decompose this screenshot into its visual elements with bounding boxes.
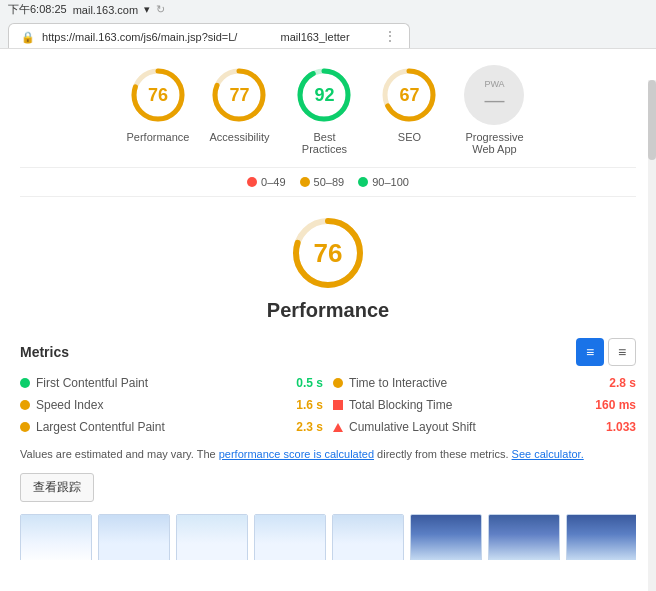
time-display: 下午6:08:25 [8, 2, 67, 17]
best-practices-circle: 92 [294, 65, 354, 125]
legend-green-dot [358, 177, 368, 187]
score-best-practices: 92 Best Practices [289, 65, 359, 155]
big-performance-score: 76 [314, 238, 343, 269]
score-performance: 76 Performance [127, 65, 190, 155]
browser-chrome: 下午6:08:25 mail.163.com ▾ ↻ 🔒 https://mai… [0, 0, 656, 49]
url-text: https://mail.163.com/js6/main.jsp?sid=L/ [42, 31, 237, 43]
note-text2: directly from these metrics. [377, 448, 511, 460]
pwa-dash: — [484, 89, 504, 112]
metrics-right-col: Time to Interactive 2.8 s Total Blocking… [333, 376, 636, 434]
seo-score: 67 [399, 85, 419, 106]
score-accessibility: 77 Accessibility [209, 65, 269, 155]
main-content: 76 Performance 77 Accessibility [0, 49, 656, 560]
metrics-list-view-btn[interactable]: ≡ [576, 338, 604, 366]
score-seo: 67 SEO [379, 65, 439, 155]
note-text: Values are estimated and may vary. The [20, 448, 219, 460]
metric-cls: Cumulative Layout Shift 1.033 [333, 420, 636, 434]
lcp-icon [20, 422, 30, 432]
thumb-6 [410, 514, 482, 561]
legend-orange-label: 50–89 [314, 176, 345, 188]
calculator-link[interactable]: See calculator. [512, 448, 584, 460]
legend-red-dot [247, 177, 257, 187]
performance-score: 76 [148, 85, 168, 106]
legend-green-label: 90–100 [372, 176, 409, 188]
thumbnails-row [20, 514, 636, 561]
legend-red-label: 0–49 [261, 176, 285, 188]
browser-tab[interactable]: 🔒 https://mail.163.com/js6/main.jsp?sid=… [8, 23, 410, 48]
pwa-label: Progressive Web App [459, 131, 529, 155]
big-performance-label: Performance [267, 299, 389, 322]
tbt-icon [333, 400, 343, 410]
best-practices-label: Best Practices [289, 131, 359, 155]
tti-value: 2.8 s [609, 376, 636, 390]
thumb-4 [254, 514, 326, 561]
metrics-header: Metrics ≡ ≡ [20, 338, 636, 366]
tbt-label: Total Blocking Time [349, 398, 589, 412]
accessibility-label: Accessibility [210, 131, 270, 143]
lock-icon: 🔒 [21, 31, 35, 43]
reload-icon: ↻ [156, 3, 165, 16]
domain-display: mail.163.com [73, 4, 138, 16]
scrollbar-track[interactable] [648, 80, 656, 591]
seo-circle: 67 [379, 65, 439, 125]
tbt-value: 160 ms [595, 398, 636, 412]
lcp-label: Largest Contentful Paint [36, 420, 290, 434]
si-label: Speed Index [36, 398, 290, 412]
thumb-8 [566, 514, 636, 561]
pwa-abbr: PWA [484, 79, 504, 89]
pwa-circle: PWA — [464, 65, 524, 125]
legend-orange: 50–89 [300, 176, 345, 188]
big-score-section: 76 Performance [20, 213, 636, 322]
legend: 0–49 50–89 90–100 [20, 167, 636, 197]
si-value: 1.6 s [296, 398, 323, 412]
fcp-value: 0.5 s [296, 376, 323, 390]
performance-circle: 76 [128, 65, 188, 125]
metrics-title: Metrics [20, 344, 69, 360]
tti-label: Time to Interactive [349, 376, 603, 390]
note: Values are estimated and may vary. The p… [20, 446, 636, 463]
metric-tti: Time to Interactive 2.8 s [333, 376, 636, 390]
seo-label: SEO [398, 131, 421, 143]
tab-label: mail163_letter [280, 31, 349, 43]
accessibility-circle: 77 [209, 65, 269, 125]
performance-label: Performance [127, 131, 190, 143]
lcp-value: 2.3 s [296, 420, 323, 434]
metric-fcp: First Contentful Paint 0.5 s [20, 376, 323, 390]
tti-icon [333, 378, 343, 388]
thumb-2 [98, 514, 170, 561]
thumb-7 [488, 514, 560, 561]
metrics-section: Metrics ≡ ≡ First Contentful Paint 0.5 s… [20, 338, 636, 434]
metrics-left-col: First Contentful Paint 0.5 s Speed Index… [20, 376, 323, 434]
fcp-label: First Contentful Paint [36, 376, 290, 390]
cls-label: Cumulative Layout Shift [349, 420, 600, 434]
more-icon[interactable]: ⋮ [383, 28, 397, 44]
metric-si: Speed Index 1.6 s [20, 398, 323, 412]
big-performance-circle: 76 [288, 213, 368, 293]
thumb-1 [20, 514, 92, 561]
accessibility-score: 77 [229, 85, 249, 106]
metrics-view-icons: ≡ ≡ [576, 338, 636, 366]
metric-lcp: Largest Contentful Paint 2.3 s [20, 420, 323, 434]
cls-value: 1.033 [606, 420, 636, 434]
thumb-3 [176, 514, 248, 561]
tab-bar: 🔒 https://mail.163.com/js6/main.jsp?sid=… [0, 19, 656, 48]
view-trace-button[interactable]: 查看跟踪 [20, 473, 94, 502]
scrollbar-thumb[interactable] [648, 80, 656, 160]
legend-orange-dot [300, 177, 310, 187]
metrics-grid: First Contentful Paint 0.5 s Speed Index… [20, 376, 636, 434]
legend-green: 90–100 [358, 176, 409, 188]
thumb-5 [332, 514, 404, 561]
dropdown-icon[interactable]: ▾ [144, 3, 150, 16]
legend-red: 0–49 [247, 176, 285, 188]
time-bar: 下午6:08:25 mail.163.com ▾ ↻ [0, 0, 656, 19]
cls-icon [333, 423, 343, 432]
si-icon [20, 400, 30, 410]
perf-score-link[interactable]: performance score is calculated [219, 448, 374, 460]
scores-row: 76 Performance 77 Accessibility [20, 65, 636, 155]
score-pwa: PWA — Progressive Web App [459, 65, 529, 155]
fcp-icon [20, 378, 30, 388]
metrics-bar-view-btn[interactable]: ≡ [608, 338, 636, 366]
metric-tbt: Total Blocking Time 160 ms [333, 398, 636, 412]
best-practices-score: 92 [314, 85, 334, 106]
